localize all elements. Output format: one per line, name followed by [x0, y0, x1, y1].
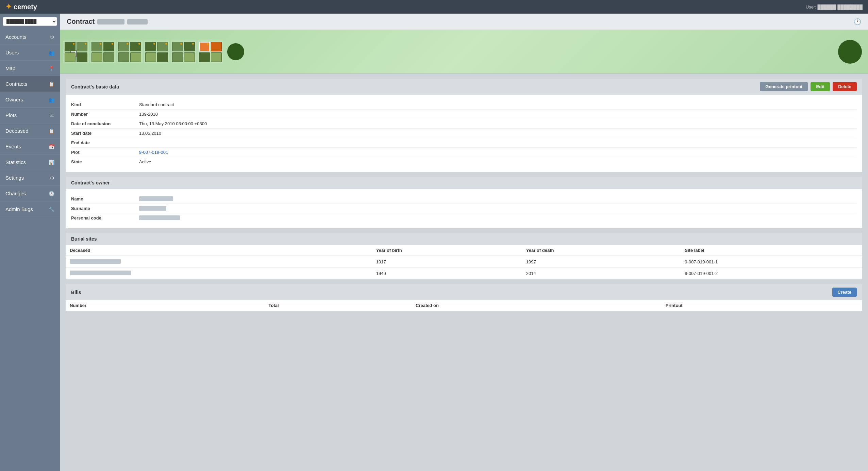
cell-year-death-2: 2014: [522, 268, 681, 279]
sidebar-item-settings[interactable]: Settings ⚙: [0, 170, 60, 186]
plot-cell: [172, 42, 183, 51]
plot-cell: [130, 52, 141, 62]
field-state: State Active: [71, 157, 857, 166]
contract-owner-body: Name Surname Personal code: [66, 189, 862, 228]
sidebar-item-admin-bugs[interactable]: Admin Bugs 🔧: [0, 201, 60, 217]
bills-title: Bills: [71, 290, 81, 295]
plot-cell: [145, 52, 156, 62]
page-title-redacted-1: [97, 19, 124, 25]
plot-cell: [91, 42, 102, 51]
plot-cell: [157, 52, 168, 62]
field-name: Name: [71, 194, 857, 204]
contract-owner-card: Contract's owner Name Surname Personal c…: [65, 176, 863, 228]
cell-year-birth-1: 1917: [372, 256, 522, 268]
sidebar-item-users[interactable]: Users 👥: [0, 45, 60, 61]
users-icon: 👥: [49, 50, 54, 55]
burial-sites-header: Burial sites: [66, 233, 862, 245]
sidebar-item-owners[interactable]: Owners 👥: [0, 92, 60, 108]
burial-sites-header-row: Deceased Year of birth Year of death Sit…: [66, 245, 862, 256]
cell-year-birth-2: 1940: [372, 268, 522, 279]
user-name: ██████ ████████: [817, 4, 863, 10]
sidebar-label-statistics: Statistics: [5, 159, 26, 165]
sidebar-item-statistics[interactable]: Statistics 📊: [0, 155, 60, 170]
card-header-actions: Generate printout Edit Delete: [760, 82, 857, 91]
account-selector[interactable]: ██████ ████: [3, 17, 57, 26]
sidebar-label-changes: Changes: [5, 191, 26, 196]
page-title-text: Contract: [67, 18, 95, 26]
sidebar-label-owners: Owners: [5, 97, 23, 102]
map-strip-inner: [60, 30, 868, 74]
gear-icon: ⚙: [50, 34, 54, 40]
cell-deceased-1: [66, 256, 372, 268]
create-bill-button[interactable]: Create: [832, 288, 857, 297]
user-info: User: ██████ ████████: [806, 4, 863, 10]
field-plot: Plot 9-007-019-001: [71, 148, 857, 157]
tree-shape-2: [838, 40, 862, 64]
logo: ✦ cemety: [5, 2, 37, 11]
field-number: Number 139-2010: [71, 110, 857, 119]
sidebar-item-map[interactable]: Map 📍: [0, 61, 60, 76]
statistics-icon: 📊: [49, 160, 54, 165]
field-kind: Kind Standard contract: [71, 100, 857, 110]
plot-group-5: [171, 40, 196, 63]
generate-printout-button[interactable]: Generate printout: [760, 82, 808, 91]
sidebar-label-events: Events: [5, 144, 21, 149]
page-title: Contract: [67, 18, 148, 26]
sidebar-item-events[interactable]: Events 📅: [0, 139, 60, 155]
table-row[interactable]: 1917 1997 9-007-019-001-1: [66, 256, 862, 268]
burial-sites-title: Burial sites: [71, 236, 97, 242]
col-bill-total: Total: [265, 300, 412, 311]
deceased-1-redacted: [70, 259, 121, 264]
map-strip: [60, 30, 868, 74]
sidebar-item-plots[interactable]: Plots 🏷: [0, 108, 60, 123]
cell-year-death-1: 1997: [522, 256, 681, 268]
contract-owner-title: Contract's owner: [71, 180, 110, 185]
field-end-date: End date: [71, 138, 857, 148]
plot-group-2: [90, 40, 116, 63]
sidebar-item-accounts[interactable]: Accounts ⚙: [0, 29, 60, 45]
content-area: Contract 🕐: [60, 14, 868, 471]
field-surname: Surname: [71, 204, 857, 213]
plot-cell: [77, 42, 87, 51]
table-row[interactable]: 1940 2014 9-007-019-001-2: [66, 268, 862, 279]
plot-cell: [145, 42, 156, 51]
sidebar-item-changes[interactable]: Changes 🕐: [0, 186, 60, 201]
personal-code-redacted: [139, 215, 180, 220]
plot-cell: [65, 52, 76, 62]
bills-body: Number Total Created on Printout: [66, 300, 862, 311]
cell-site-label-2: 9-007-019-001-2: [681, 268, 862, 279]
col-deceased: Deceased: [66, 245, 372, 256]
sidebar-label-users: Users: [5, 50, 19, 55]
plot-cell: [77, 52, 87, 62]
plot-cell: [130, 42, 141, 51]
clock-icon[interactable]: 🕐: [854, 18, 861, 26]
user-label: User:: [806, 4, 816, 10]
changes-icon: 🕐: [49, 191, 54, 196]
sidebar-label-map: Map: [5, 65, 15, 71]
sidebar-item-deceased[interactable]: Deceased 📋: [0, 123, 60, 139]
plot-group-3: [117, 40, 143, 63]
burial-sites-card: Burial sites Deceased Year of birth Year…: [65, 232, 863, 280]
col-bill-printout: Printout: [662, 300, 862, 311]
sidebar-label-plots: Plots: [5, 112, 17, 118]
deceased-2-redacted: [70, 271, 131, 275]
bills-header: Bills Create: [66, 284, 862, 300]
plot-cell-selected: [199, 42, 210, 51]
col-bill-number: Number: [66, 300, 265, 311]
page-header: Contract 🕐: [60, 14, 868, 30]
delete-button[interactable]: Delete: [833, 82, 857, 91]
burial-sites-table: Deceased Year of birth Year of death Sit…: [66, 245, 862, 279]
edit-button[interactable]: Edit: [811, 82, 830, 91]
plot-cell: [118, 52, 129, 62]
field-personal-code: Personal code: [71, 213, 857, 223]
bills-table: Number Total Created on Printout: [66, 300, 862, 311]
plot-cell: [172, 52, 183, 62]
settings-icon: ⚙: [50, 175, 54, 181]
app-name: cemety: [14, 3, 37, 11]
contract-basic-body: Kind Standard contract Number 139-2010 D…: [66, 95, 862, 172]
col-bill-created-on: Created on: [412, 300, 662, 311]
admin-bugs-icon: 🔧: [49, 207, 54, 212]
name-redacted: [139, 196, 173, 201]
sidebar-item-contracts[interactable]: Contracts 📋: [0, 76, 60, 92]
cell-site-label-1: 9-007-019-001-1: [681, 256, 862, 268]
